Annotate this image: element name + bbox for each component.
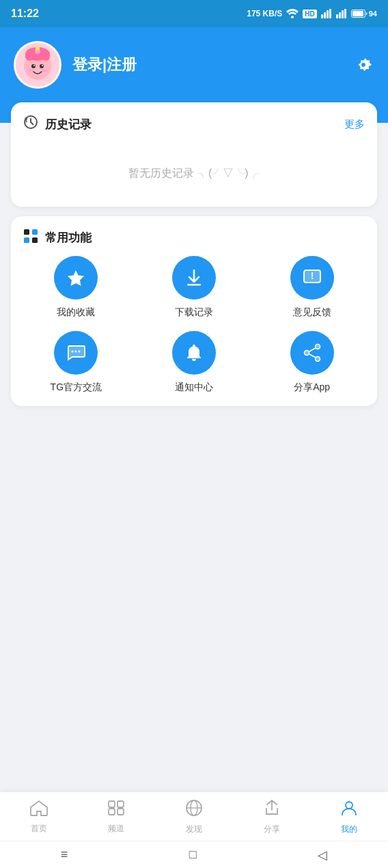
svg-point-21 (28, 69, 33, 72)
svg-rect-25 (32, 229, 38, 235)
svg-point-0 (291, 16, 294, 18)
svg-rect-7 (342, 10, 344, 18)
svg-rect-43 (117, 809, 124, 815)
menu-system-button[interactable]: ≡ (61, 848, 68, 862)
status-bar: 11:22 175 KB/S HD (0, 0, 388, 27)
svg-rect-29 (187, 284, 201, 286)
network-speed: 175 KB/S (247, 9, 282, 18)
svg-point-16 (36, 46, 40, 50)
main-content: 历史记录 更多 暂无历史记录 ╮(╯▽╰)╭ 常用功能 (0, 102, 388, 484)
nav-profile[interactable]: 我的 (329, 799, 370, 835)
notifications-icon (172, 331, 216, 375)
svg-point-17 (31, 64, 36, 68)
share-nav-label: 分享 (264, 824, 280, 835)
favorites-button[interactable]: 我的收藏 (23, 256, 129, 319)
nav-channel[interactable]: 频道 (96, 800, 137, 835)
bottom-nav: 首页 频道 发现 分享 (0, 792, 388, 841)
svg-rect-27 (32, 237, 38, 243)
hd-badge: HD (303, 10, 316, 18)
functions-card: 常用功能 我的收藏 (11, 216, 377, 406)
discover-nav-label: 发现 (186, 824, 202, 835)
notifications-label: 通知中心 (175, 381, 213, 394)
svg-rect-40 (109, 801, 115, 807)
svg-rect-10 (352, 11, 363, 16)
svg-rect-1 (321, 14, 323, 18)
battery-icon: 94 (351, 10, 377, 18)
tg-chat-label: TG官方交流 (51, 381, 102, 394)
svg-point-33 (75, 351, 77, 353)
history-card: 历史记录 更多 暂无历史记录 ╮(╯▽╰)╭ (11, 102, 377, 207)
svg-point-32 (72, 351, 74, 353)
history-empty-text: 暂无历史记录 ╮(╯▽╰)╭ (128, 167, 259, 179)
login-register-label[interactable]: 登录|注册 (72, 55, 137, 75)
history-empty-state: 暂无历史记录 ╮(╯▽╰)╭ (23, 139, 365, 194)
profile-nav-label: 我的 (341, 824, 357, 835)
svg-rect-8 (344, 9, 346, 18)
svg-rect-41 (117, 801, 124, 807)
svg-rect-42 (109, 809, 115, 815)
system-bar: ≡ □ ◁ (0, 841, 388, 868)
svg-point-13 (25, 53, 33, 61)
history-title: 历史记录 (45, 117, 92, 132)
svg-rect-2 (324, 12, 326, 18)
channel-nav-label: 频道 (108, 823, 124, 835)
svg-point-22 (42, 69, 47, 72)
history-more-button[interactable]: 更多 (344, 118, 365, 131)
history-icon (23, 115, 38, 134)
wifi-icon (286, 9, 299, 18)
status-icons: 175 KB/S HD (247, 9, 377, 18)
svg-rect-24 (24, 229, 29, 235)
svg-text:!: ! (310, 270, 314, 281)
downloads-icon (172, 256, 216, 300)
feedback-label: 意见反馈 (293, 306, 331, 319)
functions-header-left: 常用功能 (23, 229, 92, 246)
discover-nav-icon (185, 799, 203, 821)
svg-point-36 (304, 351, 309, 356)
favorites-label: 我的收藏 (57, 306, 95, 319)
svg-point-19 (33, 65, 35, 66)
nav-home[interactable]: 首页 (18, 800, 59, 835)
functions-grid: 我的收藏 下载记录 ! (23, 256, 365, 394)
svg-line-38 (309, 348, 316, 352)
home-nav-icon (30, 800, 48, 820)
svg-rect-26 (24, 237, 29, 243)
svg-rect-6 (339, 12, 341, 18)
feedback-icon: ! (290, 256, 334, 300)
tg-chat-button[interactable]: TG官方交流 (23, 331, 129, 394)
svg-rect-5 (336, 14, 338, 18)
svg-marker-28 (68, 270, 84, 286)
back-system-button[interactable]: ◁ (318, 848, 327, 863)
share-app-button[interactable]: 分享App (259, 331, 365, 394)
share-app-label: 分享App (294, 381, 330, 394)
svg-point-37 (315, 357, 320, 362)
functions-grid-icon (23, 229, 38, 246)
svg-point-35 (315, 345, 320, 349)
home-system-button[interactable]: □ (189, 848, 197, 862)
favorites-icon (54, 256, 98, 300)
settings-button[interactable] (352, 54, 374, 76)
svg-point-47 (346, 802, 352, 809)
nav-share[interactable]: 分享 (251, 799, 292, 835)
svg-rect-4 (329, 9, 331, 18)
share-nav-icon (263, 799, 281, 821)
notifications-button[interactable]: 通知中心 (141, 331, 247, 394)
signal-4g-icon (321, 9, 332, 18)
tg-chat-icon (54, 331, 98, 375)
signal-5g-icon (336, 9, 347, 18)
functions-title: 常用功能 (45, 230, 92, 246)
svg-point-14 (42, 53, 50, 61)
downloads-button[interactable]: 下载记录 (141, 256, 247, 319)
header-left: 登录|注册 (14, 41, 137, 89)
svg-point-34 (79, 351, 81, 353)
channel-nav-icon (107, 800, 125, 820)
downloads-label: 下载记录 (175, 306, 213, 319)
functions-card-header: 常用功能 (23, 229, 365, 246)
avatar[interactable] (14, 41, 61, 89)
svg-rect-3 (327, 10, 329, 18)
battery-level: 94 (369, 10, 377, 18)
home-nav-label: 首页 (31, 823, 47, 835)
feedback-button[interactable]: ! 意见反馈 (259, 256, 365, 319)
nav-discover[interactable]: 发现 (174, 799, 214, 835)
svg-line-39 (309, 354, 316, 358)
svg-point-20 (42, 65, 43, 66)
